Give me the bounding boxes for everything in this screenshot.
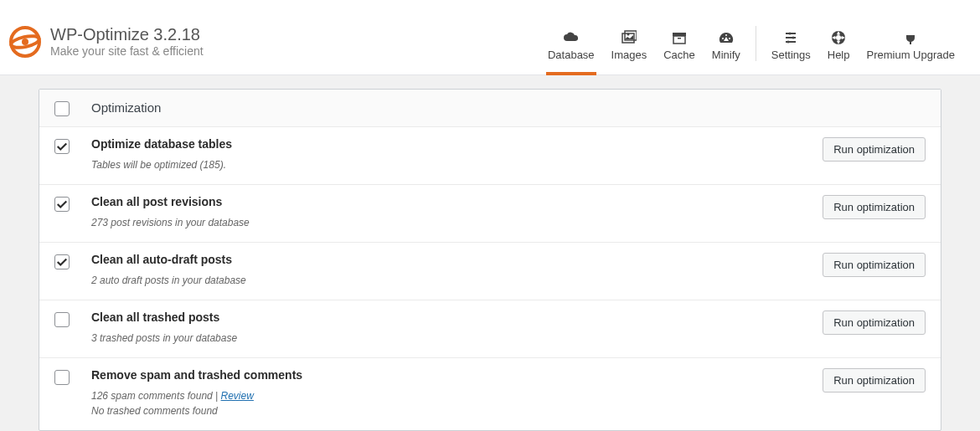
run-optimization-button[interactable]: Run optimization bbox=[823, 253, 926, 277]
nav-tab-label: Settings bbox=[771, 49, 811, 61]
app-header: WP-Optimize 3.2.18 Make your site fast &… bbox=[0, 0, 980, 75]
table-row: Optimize database tables Tables will be … bbox=[39, 127, 941, 185]
nav-tab-cache[interactable]: Cache bbox=[655, 25, 704, 74]
svg-rect-7 bbox=[673, 36, 685, 44]
wpo-logo-icon bbox=[8, 25, 42, 59]
nav-tab-label: Premium Upgrade bbox=[867, 49, 956, 61]
svg-point-13 bbox=[836, 35, 841, 40]
brand: WP-Optimize 3.2.18 Make your site fast &… bbox=[8, 25, 204, 59]
nav-tab-label: Images bbox=[611, 49, 647, 61]
optimization-desc: 273 post revisions in your database bbox=[91, 217, 792, 228]
optimization-title: Optimize database tables bbox=[91, 137, 792, 151]
nav-separator bbox=[756, 26, 756, 61]
sliders-icon bbox=[783, 30, 798, 45]
app-title: WP-Optimize 3.2.18 bbox=[50, 25, 204, 44]
gauge-icon bbox=[719, 30, 734, 45]
table-header-label: Optimization bbox=[91, 100, 161, 115]
optimization-desc: 126 spam comments found | Review bbox=[91, 390, 792, 402]
select-all-checkbox[interactable] bbox=[54, 101, 70, 116]
nav-tab-label: Minify bbox=[712, 49, 740, 61]
help-icon bbox=[831, 30, 846, 45]
run-optimization-button[interactable]: Run optimization bbox=[823, 137, 926, 162]
row-checkbox[interactable] bbox=[54, 312, 70, 327]
row-checkbox[interactable] bbox=[54, 139, 70, 154]
optimization-table: Optimization Optimize database tables Ta… bbox=[39, 89, 941, 431]
optimization-title: Remove spam and trashed comments bbox=[91, 368, 792, 382]
nav-tab-label: Help bbox=[828, 49, 850, 61]
nav-tab-database[interactable]: Database bbox=[539, 25, 603, 74]
images-icon bbox=[622, 30, 637, 45]
nav-tab-images[interactable]: Images bbox=[603, 25, 656, 74]
plug-icon bbox=[903, 30, 918, 45]
svg-point-2 bbox=[22, 38, 28, 45]
svg-point-9 bbox=[789, 33, 792, 35]
optimization-desc: 2 auto draft posts in your database bbox=[91, 275, 792, 286]
table-row: Clean all auto-draft posts 2 auto draft … bbox=[39, 243, 941, 300]
optimization-title: Clean all trashed posts bbox=[91, 310, 792, 324]
nav-tab-help[interactable]: Help bbox=[819, 25, 859, 74]
nav: Database Images Cache Minify Settings He… bbox=[539, 8, 963, 74]
optimization-title: Clean all post revisions bbox=[91, 195, 792, 208]
app-tagline: Make your site fast & efficient bbox=[50, 44, 204, 58]
optimization-desc: No trashed comments found bbox=[91, 405, 792, 417]
svg-rect-8 bbox=[678, 38, 681, 39]
nav-tab-label: Database bbox=[548, 49, 595, 61]
run-optimization-button[interactable]: Run optimization bbox=[823, 195, 926, 219]
optimization-desc: Tables will be optimized (185). bbox=[91, 159, 792, 171]
table-row: Clean all post revisions 273 post revisi… bbox=[39, 185, 941, 243]
row-checkbox[interactable] bbox=[54, 197, 70, 212]
svg-point-5 bbox=[627, 33, 629, 36]
cloud-icon bbox=[564, 30, 579, 45]
row-checkbox[interactable] bbox=[54, 370, 70, 385]
nav-tab-minify[interactable]: Minify bbox=[704, 25, 749, 74]
nav-tab-settings[interactable]: Settings bbox=[763, 25, 819, 74]
nav-tab-premium-upgrade[interactable]: Premium Upgrade bbox=[859, 25, 964, 74]
nav-tab-label: Cache bbox=[663, 49, 695, 61]
table-header-row: Optimization bbox=[39, 90, 941, 127]
optimization-title: Clean all auto-draft posts bbox=[91, 253, 792, 266]
review-link[interactable]: Review bbox=[221, 390, 254, 402]
run-optimization-button[interactable]: Run optimization bbox=[823, 368, 926, 393]
run-optimization-button[interactable]: Run optimization bbox=[823, 310, 926, 335]
archive-icon bbox=[672, 30, 687, 45]
svg-point-11 bbox=[787, 41, 790, 44]
svg-point-10 bbox=[792, 37, 795, 39]
optimization-desc: 3 trashed posts in your database bbox=[91, 332, 792, 344]
table-row: Clean all trashed posts 3 trashed posts … bbox=[39, 300, 941, 358]
table-row: Remove spam and trashed comments 126 spa… bbox=[39, 358, 941, 430]
row-checkbox[interactable] bbox=[54, 254, 70, 269]
